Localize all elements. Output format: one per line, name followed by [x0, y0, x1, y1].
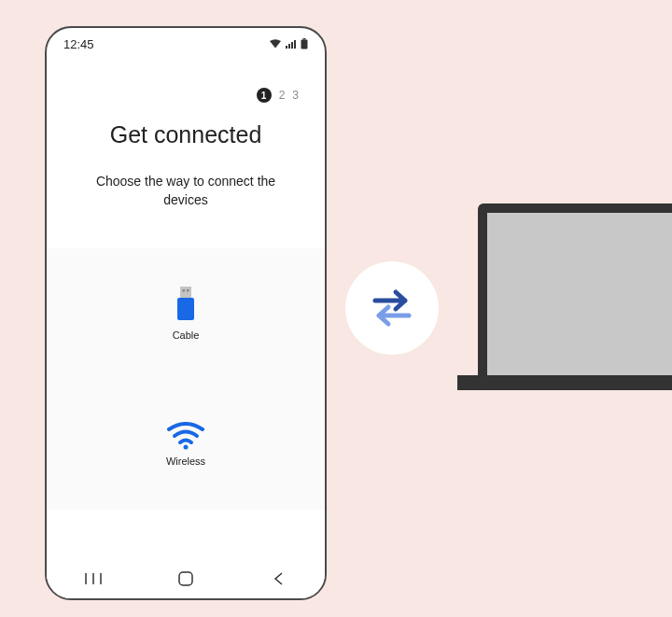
cable-label: Cable	[173, 330, 200, 341]
svg-rect-2	[291, 42, 293, 49]
step-indicator: 1 2 3	[47, 60, 325, 103]
signal-icon	[286, 39, 297, 49]
wifi-status-icon	[269, 39, 282, 49]
svg-rect-8	[187, 289, 189, 292]
battery-icon	[301, 38, 308, 49]
connection-options: Cable Wireless	[47, 248, 325, 510]
svg-rect-14	[179, 572, 192, 585]
usb-icon	[175, 287, 197, 324]
wireless-label: Wireless	[166, 456, 205, 467]
svg-rect-0	[286, 46, 287, 49]
wifi-icon	[167, 422, 204, 450]
transfer-badge	[345, 261, 439, 355]
wireless-option[interactable]: Wireless	[47, 379, 325, 510]
page-title: Get connected	[47, 121, 325, 148]
status-time: 12:45	[63, 37, 94, 51]
svg-rect-7	[183, 289, 186, 292]
svg-rect-4	[303, 38, 306, 40]
svg-rect-1	[288, 44, 290, 49]
svg-rect-3	[294, 40, 296, 49]
svg-rect-5	[301, 40, 308, 49]
laptop-base	[457, 375, 672, 390]
navigation-bar	[47, 559, 325, 598]
cable-option[interactable]: Cable	[47, 248, 325, 379]
back-button[interactable]	[250, 565, 306, 593]
transfer-icon	[366, 287, 418, 329]
status-indicators	[269, 38, 308, 49]
step-1-active: 1	[257, 88, 272, 103]
svg-rect-9	[177, 298, 194, 320]
phone-mockup: 12:45 1 2 3 Get connected Choose the way…	[45, 26, 327, 600]
status-bar: 12:45	[47, 28, 325, 60]
home-button[interactable]	[158, 565, 214, 593]
recents-button[interactable]	[65, 565, 121, 593]
step-3: 3	[292, 89, 299, 102]
laptop-mockup	[457, 203, 672, 390]
svg-point-10	[184, 445, 189, 450]
svg-rect-6	[180, 287, 191, 298]
step-2: 2	[279, 89, 286, 102]
laptop-bezel	[478, 203, 672, 377]
page-subtitle: Choose the way to connect the devices	[47, 173, 325, 209]
laptop-display	[487, 213, 672, 377]
